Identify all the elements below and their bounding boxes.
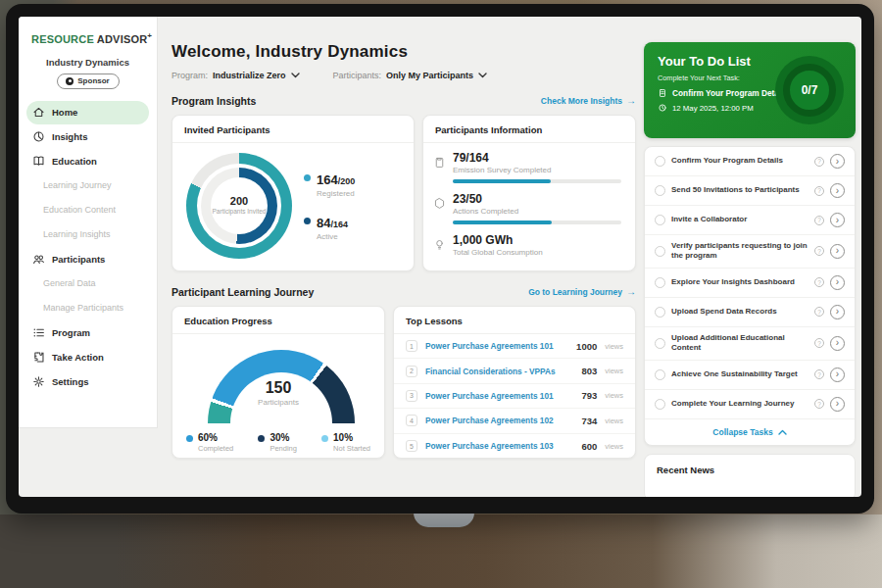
legend-value: 164 <box>317 172 338 187</box>
task-checkbox[interactable] <box>655 215 665 225</box>
learning-journey-header: Participant Learning Journey Go to Learn… <box>172 286 636 298</box>
stat-value: 23/50 <box>453 192 621 206</box>
lesson-link[interactable]: Financial Considerations - VPPAs <box>425 367 573 376</box>
task-checkbox[interactable] <box>655 399 665 410</box>
recent-news-card: Recent News <box>644 454 856 497</box>
chevron-right-icon[interactable]: › <box>830 368 845 382</box>
chevron-right-icon[interactable]: › <box>830 183 845 198</box>
lesson-rank: 2 <box>406 366 417 377</box>
chevron-right-icon[interactable]: › <box>830 244 845 259</box>
legend-pct: 10% <box>333 432 370 443</box>
monitor-bezel: RESOURCE ADVISOR+ Industry Dynamics Spon… <box>6 4 874 514</box>
sidebar-nav: Home Insights Education Learning Journey… <box>19 101 157 394</box>
sidebar-item-label: Program <box>52 327 90 338</box>
sidebar-item-take-action[interactable]: Take Action <box>19 345 157 369</box>
list-icon <box>32 326 45 339</box>
sidebar-item-home[interactable]: Home <box>26 101 149 124</box>
task-invite-collaborator[interactable]: Invite a Collaborator ? › <box>645 206 855 235</box>
task-label: Send 50 Invitations to Participants <box>671 185 808 195</box>
task-checkbox[interactable] <box>655 156 665 167</box>
legend-registered: 164/200 Registered <box>304 171 355 198</box>
task-upload-educational-content[interactable]: Upload Additional Educational Content ? … <box>645 327 855 361</box>
sidebar-item-learning-insights[interactable]: Learning Insights <box>19 222 157 247</box>
check-more-insights-link[interactable]: Check More Insights → <box>541 96 636 106</box>
lesson-link[interactable]: Power Purchase Agreements 103 <box>425 441 573 451</box>
task-complete-learning-journey[interactable]: Complete Your Learning Journey ? › <box>645 390 855 419</box>
task-checkbox[interactable] <box>655 277 665 288</box>
stat-value: 1,000 GWh <box>453 233 543 247</box>
sponsor-badge[interactable]: Sponsor <box>57 74 120 89</box>
stat-label: Emission Survey Completed <box>453 166 621 174</box>
progress-bar <box>453 179 621 183</box>
task-send-invitations[interactable]: Send 50 Invitations to Participants ? › <box>645 176 855 206</box>
todo-due-label: 12 May 2025, 12:00 PM <box>672 104 754 113</box>
stat-label: Total Global Consumption <box>453 248 543 257</box>
participants-information-card: Participants Information 79/164 Emission… <box>422 115 636 271</box>
journey-cards-row: Education Progress 150 Participants <box>172 306 636 459</box>
donut-center-value: 200 <box>230 195 248 207</box>
sidebar-item-program[interactable]: Program <box>19 320 157 345</box>
sidebar-item-manage-participants[interactable]: Manage Participants <box>19 296 157 320</box>
task-checkbox[interactable] <box>655 185 665 196</box>
chevron-right-icon[interactable]: › <box>830 275 845 290</box>
people-icon <box>32 253 45 266</box>
lesson-link[interactable]: Power Purchase Agreements 102 <box>425 416 573 425</box>
lesson-link[interactable]: Power Purchase Agreements 101 <box>425 391 573 401</box>
chevron-right-icon[interactable]: › <box>830 213 845 227</box>
clock-icon <box>658 103 667 113</box>
info-icon: ? <box>814 157 824 167</box>
sidebar-item-insights[interactable]: Insights <box>19 124 157 149</box>
lesson-link[interactable]: Power Purchase Agreements 101 <box>425 341 568 351</box>
info-icon: ? <box>814 186 824 196</box>
sidebar-item-label: Settings <box>52 376 88 387</box>
legend-pending: 30% Pending <box>258 432 297 453</box>
education-legend: 60% Completed 30% Pending <box>172 432 384 453</box>
stat-global-consumption: 1,000 GWh Total Global Consumption <box>433 233 623 257</box>
legend-dot <box>304 174 311 181</box>
sidebar-item-settings[interactable]: Settings <box>19 369 157 394</box>
lesson-views: 734 <box>581 416 597 426</box>
logo-advisor: ADVISOR <box>97 33 148 45</box>
lesson-row: 5 Power Purchase Agreements 103 600 view… <box>394 434 635 459</box>
sidebar-item-learning-journey[interactable]: Learning Journey <box>19 173 157 198</box>
info-icon: ? <box>814 338 824 348</box>
chevron-right-icon[interactable]: › <box>830 154 845 169</box>
chevron-down-icon <box>291 73 300 78</box>
invited-donut-chart: 200 Participants Invited <box>186 153 292 259</box>
task-verify-participants[interactable]: Verify participants requesting to join t… <box>645 235 855 269</box>
sidebar-item-label: Education Content <box>43 205 116 215</box>
task-confirm-program-details[interactable]: Confirm Your Program Details ? › <box>645 147 855 176</box>
task-label: Upload Spend Data Records <box>671 307 808 317</box>
chevron-right-icon[interactable]: › <box>830 305 845 319</box>
sidebar-item-general-data[interactable]: General Data <box>19 271 157 296</box>
sidebar-item-education-content[interactable]: Education Content <box>19 198 157 222</box>
task-upload-spend-data[interactable]: Upload Spend Data Records ? › <box>645 298 855 327</box>
card-title: Invited Participants <box>172 116 414 143</box>
sidebar-item-education[interactable]: Education <box>19 149 157 173</box>
chevron-right-icon[interactable]: › <box>830 336 845 351</box>
legend-label: Not Started <box>333 444 370 453</box>
task-checkbox[interactable] <box>655 369 665 380</box>
education-gauge-body: 150 Participants <box>172 334 384 428</box>
task-checkbox[interactable] <box>655 246 665 257</box>
sponsor-badge-label: Sponsor <box>77 76 109 85</box>
program-dropdown[interactable]: Program: Industrialize Zero <box>172 71 300 80</box>
sidebar-item-participants[interactable]: Participants <box>19 247 157 271</box>
logo-plus: + <box>147 31 152 40</box>
lesson-views: 803 <box>581 366 597 376</box>
lesson-views-suffix: views <box>605 391 623 400</box>
task-explore-insights[interactable]: Explore Your Insights Dashboard ? › <box>645 269 855 298</box>
collapse-tasks-link[interactable]: Collapse Tasks <box>645 419 855 445</box>
chevron-right-icon[interactable]: › <box>830 397 845 412</box>
task-label: Invite a Collaborator <box>671 215 808 224</box>
filter-value: Industrialize Zero <box>213 71 286 80</box>
gauge-center-value: 150 <box>172 379 384 397</box>
task-checkbox[interactable] <box>655 307 665 318</box>
task-achieve-sustainability-target[interactable]: Achieve One Sustainability Target ? › <box>645 361 855 390</box>
sidebar-item-label: Learning Insights <box>43 229 111 239</box>
participants-dropdown[interactable]: Participants: Only My Participants <box>333 71 488 80</box>
legend-pct: 30% <box>270 432 297 443</box>
go-to-learning-journey-link[interactable]: Go to Learning Journey → <box>528 287 636 297</box>
lesson-rank: 3 <box>406 390 417 402</box>
task-checkbox[interactable] <box>655 338 665 349</box>
